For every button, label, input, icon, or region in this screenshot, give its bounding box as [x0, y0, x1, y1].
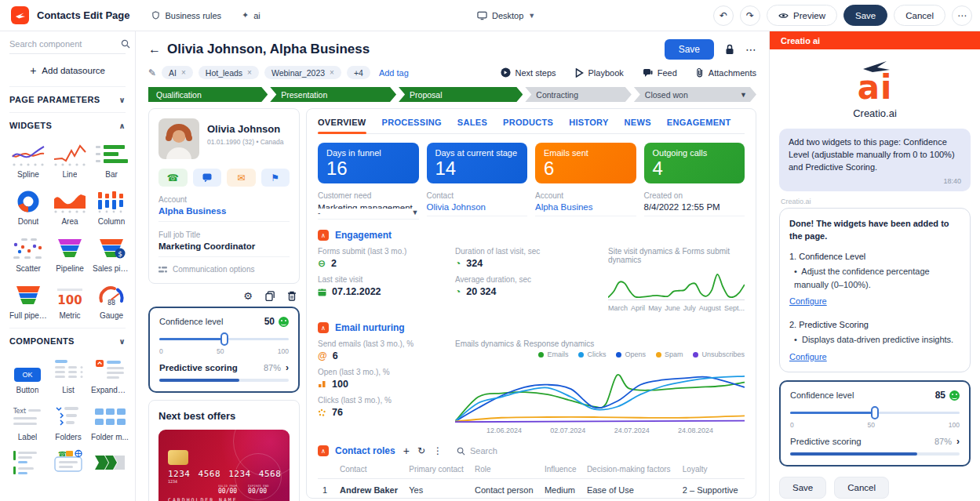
- page-parameters-section[interactable]: PAGE PARAMETERS ∨: [9, 86, 126, 112]
- collapse-icon[interactable]: ∧: [318, 445, 329, 456]
- ai-confidence-widget[interactable]: Confidence level 85 050100 Predictive sc…: [779, 380, 971, 467]
- account-link[interactable]: Alpha Business: [158, 206, 290, 222]
- contact-field[interactable]: ContactOlivia Johnson: [427, 191, 528, 220]
- stage-closed-won[interactable]: Closed won▼: [634, 87, 756, 102]
- tags-more-badge[interactable]: +4: [347, 66, 370, 79]
- widget-scatter[interactable]: Scatter: [9, 235, 47, 273]
- cancel-button[interactable]: Cancel: [894, 5, 945, 26]
- confidence-slider[interactable]: [159, 332, 289, 346]
- ai-save-button[interactable]: Save: [779, 477, 826, 499]
- slider-handle[interactable]: [871, 406, 879, 419]
- widget-line[interactable]: Line: [52, 141, 88, 179]
- tab-sales[interactable]: SALES: [457, 109, 487, 133]
- call-button[interactable]: ☎: [158, 169, 188, 187]
- widget-gauge[interactable]: 88 Gauge: [93, 282, 130, 320]
- collapse-icon[interactable]: ∧: [318, 322, 329, 333]
- component-timeline[interactable]: [9, 451, 46, 476]
- chevron-right-icon[interactable]: ›: [956, 436, 960, 447]
- feed-button[interactable]: Feed: [643, 68, 677, 78]
- ai-tab[interactable]: ✦ ai: [242, 10, 260, 20]
- chevron-right-icon[interactable]: ›: [286, 362, 289, 373]
- email-nurturing-section-header[interactable]: ∧ Email nurturing: [318, 322, 745, 333]
- tag-ai[interactable]: AI×: [162, 66, 193, 79]
- component-stages[interactable]: [91, 451, 129, 476]
- settings-gear-icon[interactable]: ⚙: [243, 290, 253, 302]
- configure-link[interactable]: Configure: [789, 350, 827, 364]
- stage-proposal[interactable]: Proposal: [399, 87, 523, 102]
- kebab-menu-icon[interactable]: ⋮: [433, 445, 443, 456]
- record-more-button[interactable]: ⋯: [745, 43, 756, 56]
- slider-handle[interactable]: [220, 332, 228, 346]
- stage-presentation[interactable]: Presentation: [270, 87, 396, 102]
- stage-contracting[interactable]: Contracting: [525, 87, 632, 102]
- widget-full-pipeline[interactable]: Full pipeli...: [9, 282, 47, 320]
- contact-link[interactable]: Andrew Baker: [335, 479, 404, 499]
- flag-button[interactable]: ⚑: [261, 169, 290, 187]
- add-datasource-button[interactable]: + Add datasource: [9, 64, 126, 77]
- widget-sales-pipeline[interactable]: $ Sales pipe...: [93, 235, 130, 273]
- confidence-widget[interactable]: Confidence level 50 050100 Predictive sc…: [148, 307, 300, 393]
- more-button[interactable]: ⋯: [952, 5, 972, 26]
- col-loyalty[interactable]: Loyalty: [678, 462, 745, 479]
- collapse-icon[interactable]: ∧: [318, 230, 329, 241]
- widget-area[interactable]: Area: [52, 188, 88, 226]
- stage-qualification[interactable]: Qualification: [148, 87, 268, 102]
- email-button[interactable]: ✉: [227, 169, 256, 187]
- preview-button[interactable]: Preview: [767, 5, 837, 26]
- components-section[interactable]: COMPONENTS ∨: [9, 328, 126, 354]
- roles-search[interactable]: [457, 446, 525, 456]
- engagement-section-header[interactable]: ∧ Engagement: [318, 230, 745, 241]
- configure-link[interactable]: Configure: [789, 295, 827, 308]
- widget-bar[interactable]: Bar: [93, 141, 130, 179]
- record-save-button[interactable]: Save: [665, 39, 714, 60]
- duplicate-icon[interactable]: [265, 290, 275, 302]
- redo-button[interactable]: ↷: [740, 5, 760, 26]
- col-contact[interactable]: Contact: [335, 462, 404, 479]
- undo-button[interactable]: ↶: [713, 5, 734, 26]
- tab-history[interactable]: HISTORY: [569, 109, 608, 133]
- ai-cancel-button[interactable]: Cancel: [834, 477, 889, 499]
- tag-hot-leads[interactable]: Hot_leads×: [199, 66, 259, 79]
- confidence-slider[interactable]: [790, 405, 960, 419]
- attachments-button[interactable]: Attachments: [696, 67, 756, 78]
- widget-column[interactable]: Column: [93, 188, 130, 226]
- save-button[interactable]: Save: [843, 5, 887, 26]
- add-tag-button[interactable]: Add tag: [379, 68, 409, 78]
- component-folder-manager[interactable]: Folder m...: [91, 404, 129, 441]
- tab-products[interactable]: PRODUCTS: [503, 109, 553, 133]
- component-label-item[interactable]: Text Label: [9, 404, 46, 441]
- tab-processing[interactable]: PROCESSING: [382, 109, 442, 133]
- widget-pipeline[interactable]: Pipeline: [52, 235, 88, 273]
- next-steps-button[interactable]: Next steps: [501, 67, 556, 78]
- close-icon[interactable]: ×: [247, 68, 252, 77]
- col-influence[interactable]: Influence: [540, 462, 582, 479]
- component-communication[interactable]: ☎: [50, 451, 86, 476]
- close-icon[interactable]: ×: [330, 68, 334, 77]
- component-button[interactable]: OK Button: [9, 357, 46, 394]
- widgets-section[interactable]: WIDGETS ∧: [9, 112, 126, 138]
- delete-trash-icon[interactable]: [287, 290, 297, 302]
- playbook-button[interactable]: Playbook: [575, 68, 624, 78]
- col-role[interactable]: Role: [470, 462, 540, 479]
- contact-roles-section-header[interactable]: ∧ Contact roles + ↻ ⋮: [318, 445, 745, 457]
- customer-need-field[interactable]: Customer need Marketing management ▼ -: [318, 191, 419, 220]
- table-row[interactable]: 1 Andrew Baker Yes Contact person Medium…: [318, 479, 745, 499]
- roles-search-input[interactable]: [470, 446, 525, 456]
- tag-pencil-icon[interactable]: ✎: [148, 67, 156, 78]
- widget-spline[interactable]: Spline: [9, 141, 47, 179]
- component-folders[interactable]: Folders: [50, 404, 86, 441]
- tab-engagement[interactable]: ENGAGEMENT: [667, 109, 731, 133]
- col-primary-contact[interactable]: Primary contact: [404, 462, 470, 479]
- chat-button[interactable]: [193, 169, 222, 187]
- refresh-icon[interactable]: ↻: [417, 445, 425, 456]
- tab-news[interactable]: NEWS: [625, 109, 651, 133]
- communication-options[interactable]: Communication options: [158, 265, 290, 274]
- component-expanded[interactable]: Expanded...: [91, 357, 129, 394]
- add-icon[interactable]: +: [403, 445, 410, 457]
- business-rules-tab[interactable]: Business rules: [151, 11, 221, 20]
- search-input[interactable]: [9, 39, 121, 49]
- tab-overview[interactable]: OVERVIEW: [318, 109, 366, 133]
- col-decision-factors[interactable]: Decision-making factors: [582, 462, 678, 479]
- device-selector[interactable]: Desktop ▼: [477, 11, 535, 20]
- widget-metric[interactable]: 100 Metric: [52, 282, 88, 320]
